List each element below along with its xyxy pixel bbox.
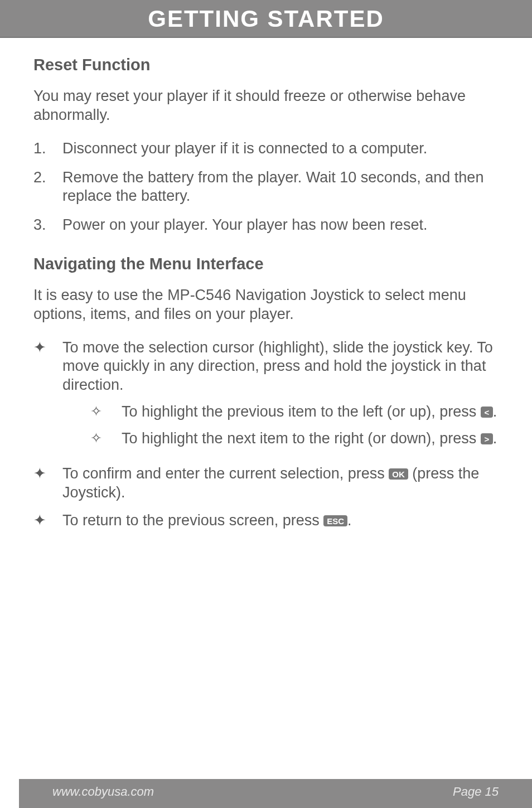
step-text: Disconnect your player if it is connecte…: [62, 139, 427, 158]
bullet-text: To return to the previous screen, press …: [62, 511, 499, 530]
diamond-icon: ✧: [90, 429, 122, 448]
ok-key-icon: OK: [389, 468, 408, 480]
banner-title: GETTING STARTED: [0, 6, 532, 32]
reset-intro: You may reset your player if it should f…: [33, 87, 499, 125]
esc-key-icon: ESC: [323, 515, 347, 526]
step-number: 1.: [33, 139, 62, 158]
section-heading-reset: Reset Function: [33, 55, 499, 75]
page-banner: GETTING STARTED: [0, 0, 532, 38]
footer-wrap: www.cobyusa.com Page 15: [0, 779, 532, 808]
reset-step: 1. Disconnect your player if it is conne…: [33, 139, 499, 158]
nav-sub-bullets: ✧ To highlight the previous item to the …: [62, 403, 499, 448]
star-icon: ✦: [33, 511, 62, 530]
bullet-text: To move the selection cursor (highlight)…: [62, 339, 493, 394]
right-key-icon: >: [481, 433, 493, 444]
section-heading-nav: Navigating the Menu Interface: [33, 254, 499, 274]
nav-bullet: ✦ To move the selection cursor (highligh…: [33, 338, 499, 456]
nav-bullet: ✦ To return to the previous screen, pres…: [33, 511, 499, 530]
bullet-text: To confirm and enter the current selecti…: [62, 465, 499, 502]
step-number: 3.: [33, 216, 62, 235]
page-footer: www.cobyusa.com Page 15: [19, 779, 532, 808]
sub-bullet-text: To highlight the next item to the right …: [122, 429, 499, 448]
nav-intro: It is easy to use the MP-C546 Navigation…: [33, 286, 499, 324]
reset-steps-list: 1. Disconnect your player if it is conne…: [33, 139, 499, 235]
reset-step: 2. Remove the battery from the player. W…: [33, 168, 499, 206]
nav-bullets: ✦ To move the selection cursor (highligh…: [33, 338, 499, 530]
nav-sub-bullet: ✧ To highlight the next item to the righ…: [90, 429, 499, 448]
nav-sub-bullet: ✧ To highlight the previous item to the …: [90, 403, 499, 422]
sub-bullet-text: To highlight the previous item to the le…: [122, 403, 499, 422]
footer-url: www.cobyusa.com: [52, 785, 154, 799]
footer-page: Page 15: [453, 785, 499, 799]
left-key-icon: <: [481, 407, 493, 418]
nav-bullet-body: To move the selection cursor (highlight)…: [62, 338, 499, 456]
step-text: Power on your player. Your player has no…: [62, 216, 427, 235]
step-number: 2.: [33, 168, 62, 206]
diamond-icon: ✧: [90, 403, 122, 422]
reset-step: 3. Power on your player. Your player has…: [33, 216, 499, 235]
step-text: Remove the battery from the player. Wait…: [62, 168, 499, 206]
star-icon: ✦: [33, 465, 62, 502]
nav-bullet: ✦ To confirm and enter the current selec…: [33, 465, 499, 502]
page-content: Reset Function You may reset your player…: [0, 38, 532, 779]
star-icon: ✦: [33, 338, 62, 456]
